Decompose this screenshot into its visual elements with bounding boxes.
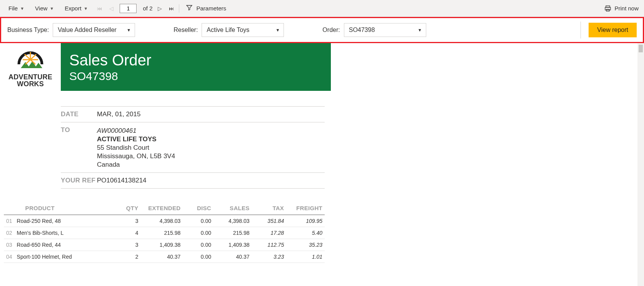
param-business-type: Business Type: Value Added Reseller ▼ bbox=[7, 23, 135, 37]
view-menu-label: View bbox=[35, 5, 47, 12]
cell-extended: 215.98 bbox=[141, 227, 183, 239]
page-nav: ⏮ ◁ of 2 ▷ ⏭ bbox=[95, 4, 176, 13]
cell-tax: 112.75 bbox=[252, 239, 287, 251]
report-title-band: Sales Order SO47398 bbox=[61, 43, 331, 91]
view-menu[interactable]: View ▼ bbox=[32, 3, 57, 13]
order-value: SO47398 bbox=[349, 27, 375, 33]
cell-sales: 40.37 bbox=[214, 251, 252, 263]
print-icon bbox=[604, 5, 611, 12]
cell-freight: 35.23 bbox=[286, 239, 325, 251]
param-reseller: Reseller: Active Life Toys ▼ bbox=[174, 23, 284, 37]
reseller-select[interactable]: Active Life Toys ▼ bbox=[202, 23, 284, 37]
table-row: 01Road-250 Red, 4834,398.030.004,398.033… bbox=[4, 215, 325, 227]
cell-extended: 40.37 bbox=[141, 251, 183, 263]
reseller-label: Reseller: bbox=[174, 27, 198, 33]
svg-line-7 bbox=[30, 54, 36, 60]
row-index: 01 bbox=[4, 215, 15, 227]
cell-freight: 1.01 bbox=[286, 251, 325, 263]
row-index: 03 bbox=[4, 239, 15, 251]
cell-tax: 351.84 bbox=[252, 215, 287, 227]
cell-extended: 4,398.03 bbox=[141, 215, 183, 227]
parameters-icon[interactable] bbox=[185, 4, 194, 13]
svg-line-8 bbox=[25, 54, 30, 60]
cell-product: Sport-100 Helmet, Red bbox=[15, 251, 118, 263]
report-header: ADVENTURE WORKS Sales Order SO47398 bbox=[0, 43, 331, 91]
date-value: MAR, 01, 2015 bbox=[97, 110, 140, 118]
cell-sales: 1,409.38 bbox=[214, 239, 252, 251]
row-index: 04 bbox=[4, 251, 15, 263]
view-report-button[interactable]: View report bbox=[589, 23, 637, 37]
print-button[interactable]: Print now bbox=[604, 5, 639, 12]
cell-tax: 17.28 bbox=[252, 227, 287, 239]
page-total-label: of 2 bbox=[143, 5, 152, 12]
file-menu[interactable]: File ▼ bbox=[5, 3, 27, 13]
print-label: Print now bbox=[614, 5, 639, 12]
th-freight: FREIGHT bbox=[286, 202, 325, 215]
logo-text-line1: ADVENTURE bbox=[8, 74, 52, 80]
cell-freight: 5.40 bbox=[286, 227, 325, 239]
logo-icon bbox=[9, 47, 52, 74]
vertical-scrollbar[interactable] bbox=[637, 43, 644, 286]
file-menu-label: File bbox=[8, 5, 18, 12]
cell-product: Road-650 Red, 44 bbox=[15, 239, 118, 251]
first-page-icon: ⏮ bbox=[95, 5, 104, 12]
cell-qty: 4 bbox=[118, 227, 141, 239]
param-order: Order: SO47398 ▼ bbox=[322, 23, 426, 37]
ref-value: PO10614138214 bbox=[97, 177, 147, 184]
scrollbar-thumb[interactable] bbox=[639, 45, 643, 52]
last-page-icon[interactable]: ⏭ bbox=[167, 5, 176, 12]
line-items-table: PRODUCT QTY EXTENDED DISC SALES TAX FREI… bbox=[4, 202, 325, 263]
cell-tax: 3.23 bbox=[252, 251, 287, 263]
cell-freight: 109.95 bbox=[286, 215, 325, 227]
adventure-works-logo: ADVENTURE WORKS bbox=[0, 43, 61, 91]
toolbar-divider bbox=[179, 4, 179, 13]
to-name: ACTIVE LIFE TOYS bbox=[97, 135, 175, 143]
th-sales: SALES bbox=[214, 202, 252, 215]
logo-text-line2: WORKS bbox=[17, 80, 44, 87]
to-addr2: Mississauga, ON, L5B 3V4 bbox=[97, 152, 175, 160]
cell-extended: 1,409.38 bbox=[141, 239, 183, 251]
export-menu-label: Export bbox=[65, 5, 81, 12]
cell-product: Men's Bib-Shorts, L bbox=[15, 227, 118, 239]
to-addr1: 55 Standish Court bbox=[97, 144, 175, 152]
cell-qty: 3 bbox=[118, 215, 141, 227]
parameter-bar: Business Type: Value Added Reseller ▼ Re… bbox=[0, 17, 644, 43]
cell-sales: 4,398.03 bbox=[214, 215, 252, 227]
export-menu[interactable]: Export ▼ bbox=[62, 3, 91, 13]
th-qty: QTY bbox=[118, 202, 141, 215]
cell-disc: 0.00 bbox=[183, 239, 214, 251]
th-disc: DISC bbox=[183, 202, 214, 215]
cell-qty: 3 bbox=[118, 239, 141, 251]
th-product: PRODUCT bbox=[15, 202, 118, 215]
svg-rect-1 bbox=[605, 7, 611, 10]
caret-down-icon: ▼ bbox=[418, 28, 422, 32]
order-select[interactable]: SO47398 ▼ bbox=[344, 23, 426, 37]
business-type-select[interactable]: Value Added Reseller ▼ bbox=[53, 23, 135, 37]
row-index: 02 bbox=[4, 227, 15, 239]
table-row: 04Sport-100 Helmet, Red240.370.0040.373.… bbox=[4, 251, 325, 263]
order-label: Order: bbox=[322, 27, 340, 33]
th-extended: EXTENDED bbox=[141, 202, 183, 215]
cell-disc: 0.00 bbox=[183, 251, 214, 263]
parameters-label[interactable]: Parameters bbox=[196, 5, 226, 12]
cell-product: Road-250 Red, 48 bbox=[15, 215, 118, 227]
report-page: ADVENTURE WORKS Sales Order SO47398 DATE… bbox=[0, 43, 331, 286]
business-type-label: Business Type: bbox=[7, 27, 49, 33]
param-divider bbox=[581, 22, 581, 38]
next-page-icon[interactable]: ▷ bbox=[156, 5, 164, 12]
table-header-row: PRODUCT QTY EXTENDED DISC SALES TAX FREI… bbox=[4, 202, 325, 215]
reseller-value: Active Life Toys bbox=[207, 27, 249, 33]
prev-page-icon: ◁ bbox=[108, 5, 115, 12]
page-number-input[interactable] bbox=[120, 4, 137, 13]
to-label: TO bbox=[61, 126, 97, 134]
report-so-number: SO47398 bbox=[69, 70, 331, 83]
date-label: DATE bbox=[61, 110, 97, 118]
chevron-down-icon: ▼ bbox=[84, 6, 88, 11]
order-info: DATE MAR, 01, 2015 TO AW00000461 ACTIVE … bbox=[61, 106, 325, 189]
ref-label: YOUR REF bbox=[61, 177, 97, 184]
chevron-down-icon: ▼ bbox=[20, 6, 24, 11]
cell-qty: 2 bbox=[118, 251, 141, 263]
table-row: 02Men's Bib-Shorts, L4215.980.00215.9817… bbox=[4, 227, 325, 239]
cell-sales: 215.98 bbox=[214, 227, 252, 239]
cell-disc: 0.00 bbox=[183, 227, 214, 239]
